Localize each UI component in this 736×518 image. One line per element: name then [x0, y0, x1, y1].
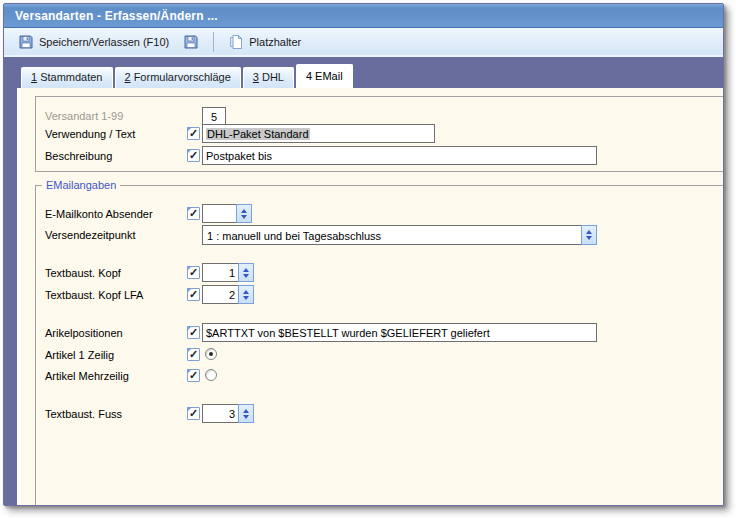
textbaust-kopf-lfa-checkbox[interactable] — [187, 288, 200, 301]
selected-text: DHL-Paket Standard — [206, 128, 310, 140]
save-button[interactable] — [177, 30, 205, 54]
tab-label: EMail — [315, 70, 343, 82]
title-bar[interactable]: Versandarten - Erfassen/Ändern ... — [4, 4, 723, 28]
versandart-label: Versandart 1-99 — [45, 110, 123, 122]
textbaust-fuss-spinner: 3 — [202, 404, 254, 423]
tab-dhl[interactable]: 3DHL — [243, 67, 294, 88]
artikelpositionen-checkbox[interactable] — [187, 326, 200, 339]
beschreibung-input[interactable]: Postpaket bis — [202, 146, 597, 165]
artikel-mehrzeilig-radio[interactable] — [205, 369, 217, 381]
artikel-1zeilig-checkbox[interactable] — [187, 348, 200, 361]
verwendung-input[interactable]: DHL-Paket Standard — [202, 124, 435, 143]
versendezeitpunkt-label: Versendezeitpunkt — [45, 229, 136, 241]
spinner-buttons[interactable] — [236, 204, 252, 223]
spin-up-icon — [243, 290, 249, 294]
textbaust-fuss-checkbox[interactable] — [187, 407, 200, 420]
spin-up-icon — [243, 268, 249, 272]
versendezeitpunkt-combo[interactable]: 1 : manuell und bei Tagesabschluss — [202, 225, 597, 245]
left-frame-strip — [4, 88, 17, 505]
versendezeitpunkt-value: 1 : manuell und bei Tagesabschluss — [202, 225, 581, 245]
artikel-mehrzeilig-checkbox[interactable] — [187, 369, 200, 382]
spin-down-icon — [241, 215, 247, 219]
verwendung-label: Verwendung / Text — [45, 128, 135, 140]
spin-up-icon — [586, 230, 592, 234]
toolbar: Speichern/Verlassen (F10) Platzhalter — [4, 28, 723, 57]
textbaust-fuss-label: Textbaust. Fuss — [45, 408, 122, 420]
textbaust-kopf-label: Textbaust. Kopf — [45, 267, 121, 279]
tab-bar: 1Stammdaten 2Formularvorschläge 3DHL 4EM… — [4, 57, 723, 88]
artikel-1zeilig-label: Artikel 1 Zeilig — [45, 349, 114, 361]
tab-email[interactable]: 4EMail — [296, 64, 353, 88]
tab-stammdaten[interactable]: 1Stammdaten — [21, 67, 113, 88]
artikelpositionen-label: Arikelpositionen — [45, 327, 123, 339]
save-exit-button[interactable]: Speichern/Verlassen (F10) — [12, 30, 175, 54]
beschreibung-checkbox[interactable] — [187, 149, 200, 162]
spin-down-icon — [243, 296, 249, 300]
tab-hotkey: 1 — [31, 71, 37, 83]
verwendung-checkbox[interactable] — [187, 127, 200, 140]
platzhalter-label: Platzhalter — [249, 36, 301, 48]
textbaust-kopf-lfa-label: Textbaust. Kopf LFA — [45, 289, 143, 301]
emailkonto-checkbox[interactable] — [187, 207, 200, 220]
artikel-mehrzeilig-label: Artikel Mehrzeilig — [45, 370, 129, 382]
window-title: Versandarten - Erfassen/Ändern ... — [15, 9, 218, 23]
textbaust-kopf-spinner: 1 — [202, 263, 254, 282]
floppy-icon — [183, 34, 199, 50]
platzhalter-button[interactable]: Platzhalter — [222, 30, 307, 54]
window-body: EMailangaben Versandart 1-99 5 Verwendun… — [4, 88, 723, 505]
artikelpositionen-input[interactable]: $ARTTXT von $BESTELLT wurden $GELIEFERT … — [202, 323, 597, 342]
tab-label: Stammdaten — [40, 71, 102, 83]
textbaust-fuss-input[interactable]: 3 — [202, 404, 238, 423]
app-window: Versandarten - Erfassen/Ändern ... Speic… — [3, 3, 724, 506]
tab-hotkey: 4 — [306, 70, 312, 82]
email-group-title: EMailangaben — [42, 179, 120, 191]
screen: Versandarten - Erfassen/Ändern ... Speic… — [0, 0, 736, 518]
spin-down-icon — [586, 236, 592, 240]
emailkonto-spinner — [202, 204, 252, 223]
spin-up-icon — [243, 409, 249, 413]
textbaust-kopf-lfa-spinner: 2 — [202, 285, 254, 304]
tab-hotkey: 2 — [125, 71, 131, 83]
spinner-buttons[interactable] — [238, 404, 254, 423]
spin-down-icon — [243, 415, 249, 419]
spinner-buttons[interactable] — [581, 225, 597, 245]
placeholder-page-icon — [228, 34, 244, 50]
spinner-buttons[interactable] — [238, 285, 254, 304]
textbaust-kopf-input[interactable]: 1 — [202, 263, 238, 282]
textbaust-kopf-lfa-input[interactable]: 2 — [202, 285, 238, 304]
textbaust-kopf-checkbox[interactable] — [187, 266, 200, 279]
tab-page-email: EMailangaben Versandart 1-99 5 Verwendun… — [17, 88, 723, 505]
spinner-buttons[interactable] — [238, 263, 254, 282]
spin-up-icon — [241, 209, 247, 213]
emailkonto-input[interactable] — [202, 204, 236, 223]
spin-down-icon — [243, 274, 249, 278]
tab-label: Formularvorschläge — [134, 71, 231, 83]
tab-hotkey: 3 — [253, 71, 259, 83]
emailkonto-label: E-Mailkonto Absender — [45, 208, 153, 220]
save-exit-label: Speichern/Verlassen (F10) — [39, 36, 169, 48]
artikel-1zeilig-radio[interactable] — [205, 348, 217, 360]
beschreibung-label: Beschreibung — [45, 150, 112, 162]
tab-formularvorschlaege[interactable]: 2Formularvorschläge — [115, 67, 241, 88]
tab-label: DHL — [262, 71, 284, 83]
save-icon — [18, 34, 34, 50]
toolbar-separator — [213, 32, 214, 52]
